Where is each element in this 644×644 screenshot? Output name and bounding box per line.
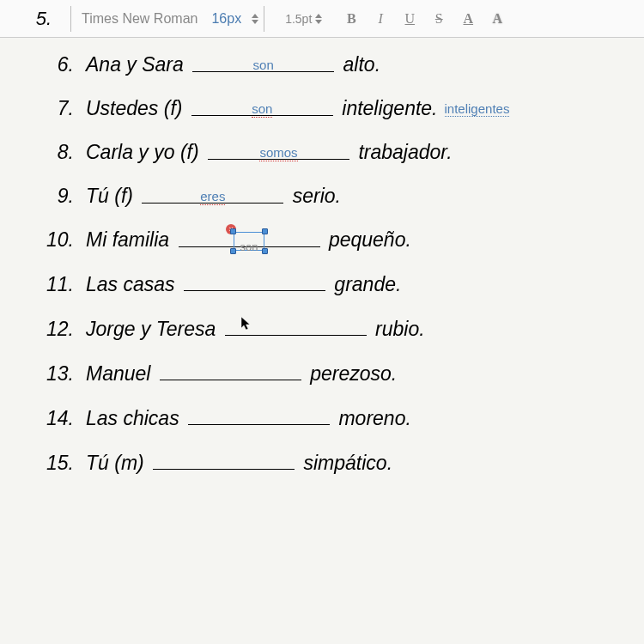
worksheet-content: 6.Ana y Sara son alto.7.Ustedes (f) son … <box>0 38 644 475</box>
sentence-ending: simpático. <box>298 452 392 475</box>
sentence-subject: Tú (m) <box>86 452 149 475</box>
item-number: 7. <box>26 97 86 120</box>
item-number: 12. <box>26 318 86 341</box>
toolbar-separator <box>70 6 71 32</box>
mouse-cursor-icon <box>240 313 252 329</box>
exercise-row: 10.Mi familia ×son pequeño. <box>26 228 618 252</box>
chevron-down-icon[interactable] <box>252 20 258 24</box>
underline-button[interactable]: U <box>399 9 420 29</box>
fill-blank-field[interactable]: eres <box>142 185 283 204</box>
sentence-subject: Manuel <box>86 362 156 386</box>
fill-blank-field[interactable]: son <box>192 53 334 72</box>
resize-handle-tr[interactable] <box>262 228 268 234</box>
item-number: 6. <box>26 53 86 76</box>
fill-blank-field[interactable] <box>188 406 330 425</box>
fill-blank-field[interactable]: son <box>191 97 333 116</box>
resize-handle-br[interactable] <box>262 248 268 254</box>
bold-button[interactable]: B <box>341 9 361 29</box>
student-answer[interactable]: son <box>252 101 272 118</box>
fill-blank-field[interactable]: somos <box>208 141 349 160</box>
exercise-row: 14.Las chicas moreno. <box>26 406 618 430</box>
exercise-row: 15.Tú (m) simpático. <box>26 451 618 475</box>
student-answer[interactable]: somos <box>259 145 297 161</box>
sentence-ending: rubio. <box>370 318 425 341</box>
sentence-subject: Jorge y Teresa <box>86 318 222 341</box>
exercise-row: 7.Ustedes (f) son inteligente.inteligent… <box>26 97 618 120</box>
item-number: 9. <box>26 185 86 208</box>
sentence-ending: trabajador. <box>353 141 453 164</box>
line-height-spinner[interactable] <box>315 14 324 24</box>
fill-blank-field[interactable] <box>225 317 367 336</box>
sentence-subject: Las chicas <box>86 407 185 430</box>
sentence-ending: perezoso. <box>305 362 397 386</box>
font-size-spinner[interactable] <box>252 14 260 24</box>
sentence-ending: moreno. <box>333 407 411 430</box>
fill-blank-field[interactable] <box>160 361 301 380</box>
italic-button[interactable]: I <box>370 9 391 29</box>
exercise-row: 12.Jorge y Teresa rubio. <box>26 317 618 341</box>
sentence-subject: Ustedes (f) <box>86 97 188 120</box>
item-number: 14. <box>26 407 86 430</box>
item-number: 13. <box>26 362 86 386</box>
sentence-subject: Tú (f) <box>86 185 138 208</box>
toolbar-item-number: 5. <box>9 8 52 30</box>
sentence-ending: pequeño. <box>324 228 411 252</box>
sentence-ending: serio. <box>287 185 341 208</box>
fill-blank-field[interactable]: ×son <box>179 228 320 247</box>
highlight-button[interactable]: A <box>487 9 507 29</box>
student-answer[interactable]: eres <box>200 189 225 205</box>
text-object-selected[interactable]: ×son <box>234 232 264 251</box>
fill-blank-field[interactable] <box>153 451 295 470</box>
item-number: 8. <box>26 141 86 164</box>
item-number: 11. <box>26 273 86 296</box>
sentence-subject: Carla y yo (f) <box>86 141 204 164</box>
student-answer[interactable]: son <box>253 58 274 72</box>
exercise-row: 9.Tú (f) eres serio. <box>26 185 618 208</box>
toolbar-separator <box>264 6 264 32</box>
resize-handle-bl[interactable] <box>230 248 236 254</box>
sentence-ending: grande. <box>329 273 401 296</box>
item-number: 15. <box>26 452 86 475</box>
exercise-row: 11.Las casas grande. <box>26 272 618 296</box>
sentence-subject: Las casas <box>86 273 180 296</box>
sentence-subject: Mi familia <box>86 228 175 252</box>
spellcheck-suggestion[interactable]: inteligentes <box>445 101 510 117</box>
font-color-button[interactable]: A <box>458 9 478 29</box>
exercise-row: 13.Manuel perezoso. <box>26 361 618 386</box>
font-size-input[interactable]: 16px <box>204 8 248 30</box>
chevron-up-icon[interactable] <box>252 14 258 18</box>
exercise-row: 8.Carla y yo (f) somos trabajador. <box>26 141 618 164</box>
resize-handle-tl[interactable] <box>230 228 236 234</box>
item-number: 10. <box>26 228 86 252</box>
text-object-content: son <box>240 240 258 253</box>
format-button-group: B I U S A A <box>341 9 507 29</box>
line-height-input[interactable]: 1.5pt <box>285 12 312 26</box>
chevron-up-icon[interactable] <box>315 14 322 18</box>
sentence-subject: Ana y Sara <box>86 53 189 76</box>
exercise-row: 6.Ana y Sara son alto. <box>26 53 618 76</box>
formatting-toolbar: 5. Times New Roman 16px 1.5pt B I U S A … <box>0 0 644 38</box>
font-family-label: Times New Roman <box>82 11 197 26</box>
sentence-ending: inteligente. <box>337 97 438 120</box>
fill-blank-field[interactable] <box>184 272 325 291</box>
font-family-select[interactable]: Times New Roman <box>75 8 204 30</box>
chevron-down-icon[interactable] <box>315 20 322 24</box>
sentence-ending: alto. <box>337 53 380 76</box>
strikethrough-button[interactable]: S <box>428 9 449 29</box>
